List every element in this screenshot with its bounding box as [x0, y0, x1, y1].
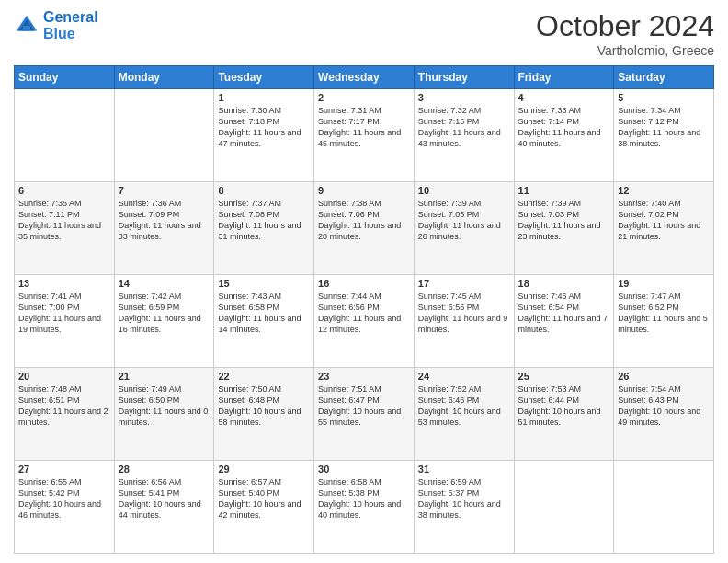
day-cell-4-0: 27 Sunrise: 6:55 AMSunset: 5:42 PMDaylig… [15, 461, 115, 554]
day-cell-1-5: 11 Sunrise: 7:39 AMSunset: 7:03 PMDaylig… [514, 182, 614, 275]
svg-rect-2 [23, 26, 30, 31]
day-cell-1-2: 8 Sunrise: 7:37 AMSunset: 7:08 PMDayligh… [214, 182, 314, 275]
day-cell-2-0: 13 Sunrise: 7:41 AMSunset: 7:00 PMDaylig… [15, 275, 115, 368]
day-info: Sunrise: 7:39 AMSunset: 7:05 PMDaylight:… [418, 198, 510, 243]
logo: General Blue [14, 9, 98, 41]
day-number: 19 [618, 278, 710, 289]
day-cell-3-6: 26 Sunrise: 7:54 AMSunset: 6:43 PMDaylig… [614, 368, 714, 461]
day-info: Sunrise: 6:55 AMSunset: 5:42 PMDaylight:… [18, 477, 110, 522]
day-info: Sunrise: 7:35 AMSunset: 7:11 PMDaylight:… [18, 198, 110, 243]
day-number: 20 [18, 371, 110, 382]
day-number: 6 [18, 185, 110, 196]
day-cell-4-4: 31 Sunrise: 6:59 AMSunset: 5:37 PMDaylig… [414, 461, 514, 554]
day-number: 10 [418, 185, 510, 196]
day-info: Sunrise: 6:56 AMSunset: 5:41 PMDaylight:… [119, 477, 210, 522]
day-number: 13 [18, 278, 110, 289]
day-cell-3-4: 24 Sunrise: 7:52 AMSunset: 6:46 PMDaylig… [414, 368, 514, 461]
day-cell-0-4: 3 Sunrise: 7:32 AMSunset: 7:15 PMDayligh… [414, 89, 514, 182]
day-info: Sunrise: 7:52 AMSunset: 6:46 PMDaylight:… [418, 384, 510, 429]
day-cell-0-6: 5 Sunrise: 7:34 AMSunset: 7:12 PMDayligh… [614, 89, 714, 182]
day-cell-2-4: 17 Sunrise: 7:45 AMSunset: 6:55 PMDaylig… [414, 275, 514, 368]
day-info: Sunrise: 7:36 AMSunset: 7:09 PMDaylight:… [119, 198, 210, 243]
logo-blue: Blue [43, 26, 75, 41]
day-number: 22 [218, 371, 310, 382]
day-number: 9 [318, 185, 410, 196]
day-number: 1 [218, 92, 310, 103]
day-info: Sunrise: 7:43 AMSunset: 6:58 PMDaylight:… [218, 291, 310, 336]
day-number: 2 [318, 92, 410, 103]
col-wednesday: Wednesday [314, 66, 415, 89]
day-info: Sunrise: 7:31 AMSunset: 7:17 PMDaylight:… [318, 105, 410, 150]
day-cell-4-1: 28 Sunrise: 6:56 AMSunset: 5:41 PMDaylig… [114, 461, 214, 554]
day-number: 18 [518, 278, 610, 289]
day-number: 4 [518, 92, 610, 103]
week-row-4: 27 Sunrise: 6:55 AMSunset: 5:42 PMDaylig… [15, 461, 714, 554]
logo-general: General [43, 9, 98, 25]
week-row-2: 13 Sunrise: 7:41 AMSunset: 7:00 PMDaylig… [15, 275, 714, 368]
day-number: 25 [518, 371, 610, 382]
logo-icon [14, 13, 40, 39]
day-number: 12 [618, 185, 710, 196]
day-info: Sunrise: 7:44 AMSunset: 6:56 PMDaylight:… [318, 291, 410, 336]
day-info: Sunrise: 7:33 AMSunset: 7:14 PMDaylight:… [518, 105, 610, 150]
day-info: Sunrise: 7:42 AMSunset: 6:59 PMDaylight:… [119, 291, 210, 336]
calendar-table: Sunday Monday Tuesday Wednesday Thursday… [14, 65, 714, 554]
day-number: 7 [119, 185, 210, 196]
day-cell-3-3: 23 Sunrise: 7:51 AMSunset: 6:47 PMDaylig… [314, 368, 415, 461]
day-info: Sunrise: 7:54 AMSunset: 6:43 PMDaylight:… [618, 384, 710, 429]
day-number: 15 [218, 278, 310, 289]
day-info: Sunrise: 7:45 AMSunset: 6:55 PMDaylight:… [418, 291, 510, 336]
day-number: 31 [418, 464, 510, 475]
day-info: Sunrise: 7:49 AMSunset: 6:50 PMDaylight:… [119, 384, 210, 429]
col-sunday: Sunday [15, 66, 115, 89]
day-info: Sunrise: 7:50 AMSunset: 6:48 PMDaylight:… [218, 384, 310, 429]
day-info: Sunrise: 7:53 AMSunset: 6:44 PMDaylight:… [518, 384, 610, 429]
day-info: Sunrise: 7:30 AMSunset: 7:18 PMDaylight:… [218, 105, 310, 150]
day-info: Sunrise: 7:37 AMSunset: 7:08 PMDaylight:… [218, 198, 310, 243]
day-info: Sunrise: 7:39 AMSunset: 7:03 PMDaylight:… [518, 198, 610, 243]
day-cell-1-3: 9 Sunrise: 7:38 AMSunset: 7:06 PMDayligh… [314, 182, 415, 275]
day-cell-3-5: 25 Sunrise: 7:53 AMSunset: 6:44 PMDaylig… [514, 368, 614, 461]
day-info: Sunrise: 7:40 AMSunset: 7:02 PMDaylight:… [618, 198, 710, 243]
day-info: Sunrise: 6:58 AMSunset: 5:38 PMDaylight:… [318, 477, 410, 522]
day-cell-3-0: 20 Sunrise: 7:48 AMSunset: 6:51 PMDaylig… [15, 368, 115, 461]
logo-text: General Blue [43, 9, 98, 41]
day-cell-1-0: 6 Sunrise: 7:35 AMSunset: 7:11 PMDayligh… [15, 182, 115, 275]
day-info: Sunrise: 6:59 AMSunset: 5:37 PMDaylight:… [418, 477, 510, 522]
day-cell-1-4: 10 Sunrise: 7:39 AMSunset: 7:05 PMDaylig… [414, 182, 514, 275]
col-tuesday: Tuesday [214, 66, 314, 89]
day-number: 30 [318, 464, 410, 475]
week-row-3: 20 Sunrise: 7:48 AMSunset: 6:51 PMDaylig… [15, 368, 714, 461]
day-number: 14 [119, 278, 210, 289]
day-cell-0-2: 1 Sunrise: 7:30 AMSunset: 7:18 PMDayligh… [214, 89, 314, 182]
day-cell-2-2: 15 Sunrise: 7:43 AMSunset: 6:58 PMDaylig… [214, 275, 314, 368]
day-cell-3-2: 22 Sunrise: 7:50 AMSunset: 6:48 PMDaylig… [214, 368, 314, 461]
calendar-header-row: Sunday Monday Tuesday Wednesday Thursday… [15, 66, 714, 89]
col-thursday: Thursday [414, 66, 514, 89]
day-number: 24 [418, 371, 510, 382]
day-cell-2-3: 16 Sunrise: 7:44 AMSunset: 6:56 PMDaylig… [314, 275, 415, 368]
day-info: Sunrise: 7:51 AMSunset: 6:47 PMDaylight:… [318, 384, 410, 429]
day-cell-2-6: 19 Sunrise: 7:47 AMSunset: 6:52 PMDaylig… [614, 275, 714, 368]
week-row-1: 6 Sunrise: 7:35 AMSunset: 7:11 PMDayligh… [15, 182, 714, 275]
day-number: 16 [318, 278, 410, 289]
col-monday: Monday [114, 66, 214, 89]
col-saturday: Saturday [614, 66, 714, 89]
day-info: Sunrise: 7:32 AMSunset: 7:15 PMDaylight:… [418, 105, 510, 150]
day-number: 29 [218, 464, 310, 475]
day-info: Sunrise: 6:57 AMSunset: 5:40 PMDaylight:… [218, 477, 310, 522]
day-number: 23 [318, 371, 410, 382]
day-info: Sunrise: 7:46 AMSunset: 6:54 PMDaylight:… [518, 291, 610, 336]
day-cell-0-1 [114, 89, 214, 182]
day-cell-4-6 [614, 461, 714, 554]
page: General Blue October 2024 Vartholomio, G… [0, 0, 728, 563]
day-number: 26 [618, 371, 710, 382]
day-number: 17 [418, 278, 510, 289]
day-cell-4-2: 29 Sunrise: 6:57 AMSunset: 5:40 PMDaylig… [214, 461, 314, 554]
day-cell-4-5 [514, 461, 614, 554]
day-cell-3-1: 21 Sunrise: 7:49 AMSunset: 6:50 PMDaylig… [114, 368, 214, 461]
day-number: 21 [119, 371, 210, 382]
day-cell-0-3: 2 Sunrise: 7:31 AMSunset: 7:17 PMDayligh… [314, 89, 415, 182]
day-number: 8 [218, 185, 310, 196]
day-number: 5 [618, 92, 710, 103]
